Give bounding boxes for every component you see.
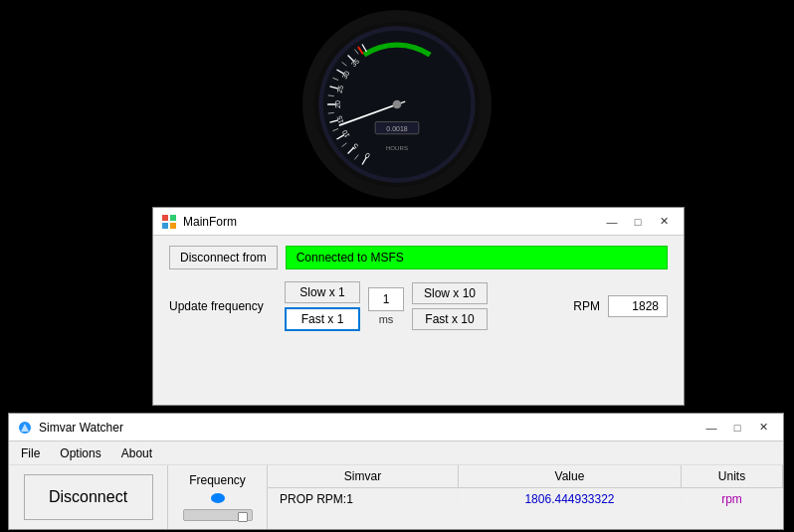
svg-text:HOURS: HOURS (386, 144, 408, 151)
col-value: Value (458, 465, 681, 488)
svg-rect-35 (170, 215, 176, 221)
mainform-close-btn[interactable]: ✕ (652, 212, 676, 232)
fast-x10-button[interactable]: Fast x 10 (412, 308, 488, 330)
disconnect-from-button[interactable]: Disconnect from (169, 246, 278, 269)
td-value: 1806.444933322 (458, 488, 681, 511)
freq-value-area: ms (368, 287, 404, 325)
simvar-menu: File Options About (9, 442, 783, 465)
frequency-label: Update frequency (169, 299, 269, 313)
menu-about[interactable]: About (113, 443, 160, 463)
gauge-image: 0 5 10 15 20 25 30 35 0.0018 HOURS (302, 10, 492, 199)
simvar-icon (17, 420, 33, 436)
simvar-titlebar-controls: — □ ✕ (699, 418, 775, 438)
gauge-svg: 0 5 10 15 20 25 30 35 0.0018 HOURS (314, 22, 480, 187)
svg-text:0.0018: 0.0018 (386, 125, 407, 132)
freq-slider[interactable] (183, 509, 253, 521)
simvar-freq-label: Frequency (189, 473, 246, 487)
col-units: Units (682, 465, 783, 488)
gauge-area: 0 5 10 15 20 25 30 35 0.0018 HOURS (0, 0, 794, 209)
svg-text:20: 20 (334, 100, 341, 108)
freq-unit: ms (379, 313, 394, 325)
menu-options[interactable]: Options (52, 443, 108, 463)
rpm-section: RPM 1828 (573, 295, 668, 317)
simvar-titlebar-left: Simvar Watcher (17, 420, 123, 436)
freq-buttons-right: Slow x 10 Fast x 10 (412, 282, 488, 330)
simvar-table-panel: Simvar Value Units PROP RPM:11806.444933… (268, 465, 783, 529)
simvar-minimize-btn[interactable]: — (699, 418, 723, 438)
simvar-titlebar: Simvar Watcher — □ ✕ (9, 414, 783, 442)
slow-x1-button[interactable]: Slow x 1 (285, 281, 360, 303)
mainform-maximize-btn[interactable]: □ (626, 212, 650, 232)
disconnect-row: Disconnect from Connected to MSFS (169, 246, 668, 269)
table-row: PROP RPM:11806.444933322rpm (268, 488, 783, 511)
freq-slider-thumb (238, 512, 248, 522)
titlebar-left: MainForm (161, 214, 237, 230)
disconnect-button[interactable]: Disconnect (24, 474, 153, 520)
simvar-maximize-btn[interactable]: □ (725, 418, 749, 438)
fast-x1-button[interactable]: Fast x 1 (285, 307, 360, 331)
simvar-table: Simvar Value Units PROP RPM:11806.444933… (268, 465, 783, 510)
menu-file[interactable]: File (13, 443, 48, 463)
rpm-label: RPM (573, 299, 600, 313)
mainform-content: Disconnect from Connected to MSFS Update… (153, 236, 684, 341)
svg-rect-37 (170, 223, 176, 229)
simvar-close-btn[interactable]: ✕ (751, 418, 775, 438)
simvar-title: Simvar Watcher (39, 421, 123, 435)
simvar-body: Disconnect Frequency Simvar Value Units (9, 465, 783, 529)
freq-indicator-dot (211, 493, 225, 503)
mainform-window: MainForm — □ ✕ Disconnect from Connected… (152, 207, 685, 406)
mainform-icon (161, 214, 177, 230)
td-units: rpm (682, 488, 783, 511)
frequency-row: Update frequency Slow x 1 Fast x 1 ms Sl… (169, 281, 668, 331)
mainform-titlebar-controls: — □ ✕ (600, 212, 676, 232)
disconnect-panel: Disconnect (9, 465, 168, 529)
mainform-titlebar: MainForm — □ ✕ (153, 208, 684, 236)
col-simvar: Simvar (268, 465, 458, 488)
freq-buttons-left: Slow x 1 Fast x 1 (285, 281, 360, 331)
rpm-value: 1828 (608, 295, 668, 317)
td-simvar: PROP RPM:1 (268, 488, 458, 511)
slow-x10-button[interactable]: Slow x 10 (412, 282, 488, 304)
svg-rect-36 (162, 223, 168, 229)
connection-status: Connected to MSFS (286, 246, 668, 269)
freq-input[interactable] (368, 287, 404, 311)
mainform-minimize-btn[interactable]: — (600, 212, 624, 232)
svg-rect-34 (162, 215, 168, 221)
mainform-title: MainForm (183, 215, 237, 229)
simvar-window: Simvar Watcher — □ ✕ File Options About … (8, 413, 784, 530)
simvar-freq-panel: Frequency (168, 465, 268, 529)
svg-point-30 (393, 100, 402, 109)
